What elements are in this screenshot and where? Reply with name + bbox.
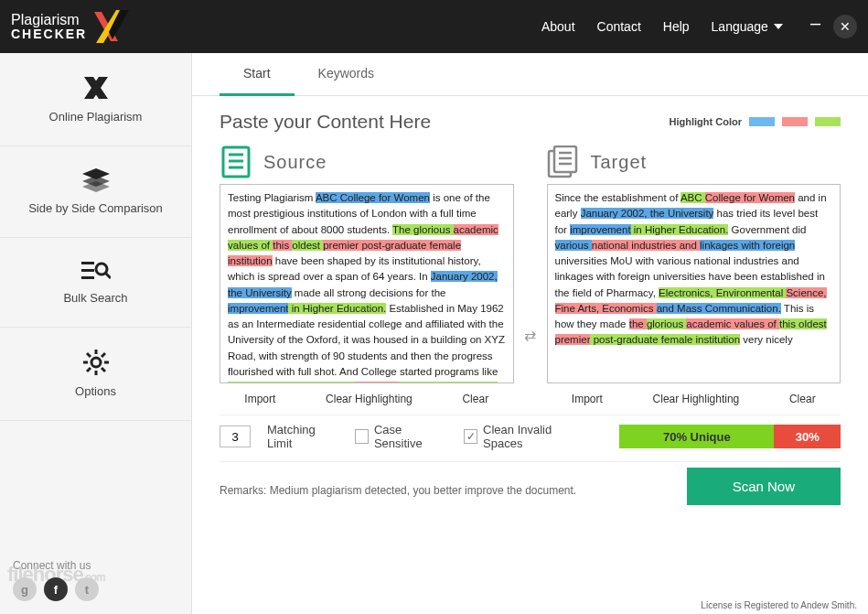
twitter-icon[interactable]: t [75, 577, 99, 601]
svg-rect-2 [81, 276, 94, 279]
swap-button[interactable]: ⇄ [521, 255, 540, 415]
tab-keywords[interactable]: Keywords [295, 53, 398, 95]
documents-icon [547, 145, 580, 178]
target-clear-button[interactable]: Clear [789, 393, 816, 405]
tab-start[interactable]: Start [220, 53, 295, 96]
checkbox-checked-icon: ✓ [464, 429, 477, 444]
scan-now-button[interactable]: Scan Now [687, 468, 841, 505]
matching-limit-label: Matching Limit [267, 423, 338, 450]
nav-contact[interactable]: Contact [597, 19, 641, 34]
nav-about[interactable]: About [541, 19, 575, 34]
source-title: Source [263, 152, 327, 173]
sidebar: Online Plagiarism Side by Side Compariso… [0, 53, 192, 614]
sidebar-item-options[interactable]: Options [0, 328, 191, 421]
svg-line-11 [102, 368, 105, 372]
source-clear-button[interactable]: Clear [462, 393, 488, 405]
target-clearhl-button[interactable]: Clear Highlighting [653, 393, 740, 405]
clean-spaces-label: Clean Invalid Spaces [483, 423, 586, 450]
sidebar-label: Side by Side Comparison [28, 201, 163, 215]
svg-line-4 [105, 273, 111, 278]
close-button[interactable]: ✕ [833, 15, 857, 38]
tabs: Start Keywords [192, 53, 868, 96]
logo-text-bottom: CHECKER [11, 27, 87, 40]
connect-section: filehorse.com Connect with us g f t [0, 548, 191, 614]
clean-spaces-checkbox[interactable]: ✓ Clean Invalid Spaces [464, 423, 586, 450]
minimize-button[interactable]: – [810, 14, 820, 39]
header-nav: About Contact Help Language [541, 19, 783, 34]
svg-line-13 [87, 368, 91, 372]
svg-rect-0 [81, 262, 94, 264]
nav-language[interactable]: Language [712, 19, 783, 34]
highlight-label: Highlight Color [670, 116, 742, 127]
unique-percent: 70% Unique [619, 425, 774, 448]
chevron-down-icon [774, 24, 783, 29]
highlight-color-legend: Highlight Color [670, 116, 841, 127]
document-icon [220, 145, 252, 178]
svg-line-12 [102, 353, 105, 357]
svg-line-10 [87, 353, 91, 357]
swatch-green[interactable] [815, 117, 841, 126]
list-search-icon [81, 260, 111, 282]
header: Plagiarism CHECKER About Contact Help La… [0, 0, 868, 53]
nav-help[interactable]: Help [663, 19, 690, 34]
app-logo: Plagiarism CHECKER [11, 8, 133, 45]
target-panel: Target Since the establishment of ABC Co… [547, 145, 841, 415]
target-textbox[interactable]: Since the establishment of ABC College f… [547, 184, 841, 383]
facebook-icon[interactable]: f [44, 577, 68, 601]
controls-row: Matching Limit Case Sensitive ✓ Clean In… [220, 415, 841, 462]
main-content: Start Keywords Paste your Content Here H… [192, 53, 868, 614]
source-panel: Source Testing Plagiarism ABC College fo… [220, 145, 514, 415]
case-sensitive-checkbox[interactable]: Case Sensitive [355, 423, 447, 450]
page-heading: Paste your Content Here [220, 111, 431, 133]
source-clearhl-button[interactable]: Clear Highlighting [326, 393, 413, 405]
plag-percent: 30% [774, 425, 841, 448]
sidebar-item-online[interactable]: Online Plagiarism [0, 53, 191, 146]
nav-language-label: Language [712, 19, 768, 34]
sidebar-item-sidebyside[interactable]: Side by Side Comparison [0, 146, 191, 238]
sidebar-label: Bulk Search [63, 291, 127, 305]
layers-icon [82, 168, 110, 192]
source-textbox[interactable]: Testing Plagiarism ABC College for Women… [220, 184, 514, 383]
swatch-blue[interactable] [749, 117, 775, 126]
gear-icon [83, 350, 109, 375]
target-title: Target [591, 152, 648, 173]
svg-point-5 [91, 358, 101, 367]
remarks-text: Remarks: Medium plagiarism detected, you… [220, 484, 669, 497]
swatch-red[interactable] [782, 117, 808, 126]
target-import-button[interactable]: Import [572, 393, 603, 405]
sidebar-label: Options [75, 384, 116, 398]
uniqueness-bar: 70% Unique 30% [619, 425, 841, 448]
logo-text-top: Plagiarism [11, 13, 87, 27]
logo-x-icon [92, 8, 133, 45]
sidebar-item-bulk[interactable]: Bulk Search [0, 238, 191, 328]
googleplus-icon[interactable]: g [13, 577, 37, 601]
checkbox-icon [355, 429, 369, 444]
x-icon [80, 75, 112, 101]
sidebar-label: Online Plagiarism [49, 110, 143, 124]
case-sensitive-label: Case Sensitive [374, 423, 447, 450]
license-footer: License is Registered to Andew Smith. [701, 600, 857, 610]
svg-rect-1 [81, 269, 94, 272]
matching-limit-input[interactable] [220, 425, 251, 447]
source-import-button[interactable]: Import [244, 393, 275, 405]
